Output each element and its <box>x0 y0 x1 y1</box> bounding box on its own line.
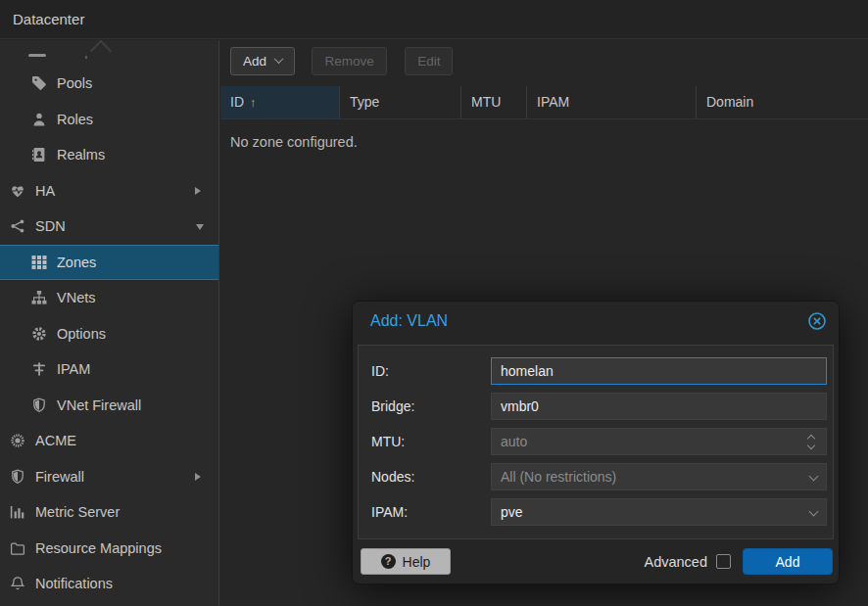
mtu-input[interactable] <box>491 428 827 455</box>
bridge-label: Bridge: <box>371 393 414 420</box>
empty-table-message: No zone configured. <box>220 119 868 150</box>
dot-glyph <box>85 56 87 59</box>
remove-button[interactable]: Remove <box>312 47 386 75</box>
column-header-id[interactable]: ID↑ <box>220 86 340 118</box>
sidebar-item-realms[interactable]: Realms <box>0 137 218 173</box>
folder-icon <box>10 540 25 556</box>
dash-icon <box>28 54 46 57</box>
advanced-label: Advanced <box>645 554 708 570</box>
shield-icon <box>10 469 25 485</box>
sidebar-item-label: VNets <box>57 290 96 305</box>
dialog-title: Add: VLAN <box>370 312 448 330</box>
close-icon[interactable] <box>807 311 827 331</box>
shield-icon <box>31 397 47 413</box>
sidebar-item-vnets[interactable]: VNets <box>0 280 218 316</box>
sidebar-item-label: Resource Mappings <box>35 540 162 556</box>
sidebar-item-label: Firewall <box>35 469 84 485</box>
sidebar-item-label: Zones <box>57 255 96 270</box>
ipam-select[interactable] <box>491 498 827 526</box>
expand-down-icon[interactable] <box>196 224 204 230</box>
sidebar-item-metric-server[interactable]: Metric Server <box>0 494 218 531</box>
dialog-footer: ? Help Advanced Add <box>353 539 839 583</box>
sidebar-item-resource-mappings[interactable]: Resource Mappings <box>0 531 218 567</box>
add-vlan-dialog: Add: VLAN ID: Bridge: MTU: Nodes: IPAM: <box>352 301 840 584</box>
sidebar-item-label: ACME <box>35 433 76 448</box>
address-book-icon <box>31 147 47 163</box>
sidebar-item-label: SDN <box>35 218 66 234</box>
chevron-down-icon <box>274 54 284 64</box>
field-row-ipam: IPAM: <box>359 498 833 526</box>
field-row-mtu: MTU: <box>359 428 833 455</box>
tags-icon <box>31 75 47 91</box>
sidebar-item-vnet-firewall[interactable]: VNet Firewall <box>0 388 218 424</box>
sidebar-item-label: Roles <box>57 112 93 127</box>
number-spinner[interactable] <box>805 428 819 455</box>
add-button[interactable]: Add <box>230 47 295 75</box>
sidebar-item-acme[interactable]: ACME <box>0 423 218 459</box>
column-header-ipam[interactable]: IPAM <box>527 86 697 118</box>
sidebar-item-label: Realms <box>57 147 105 163</box>
help-button-label: Help <box>403 554 431 570</box>
sidebar-item-label: Metric Server <box>35 504 120 520</box>
expand-right-icon[interactable] <box>195 473 201 481</box>
mtu-label: MTU: <box>371 428 405 455</box>
sidebar-item-pools[interactable]: Pools <box>0 66 218 102</box>
page-title: Datacenter <box>13 0 84 39</box>
sidebar-item-ipam[interactable]: IPAM <box>0 351 218 388</box>
spinner-down-icon <box>807 442 815 449</box>
id-input[interactable] <box>491 357 827 385</box>
sidebar-item-roles[interactable]: Roles <box>0 102 218 138</box>
nodes-label: Nodes: <box>371 463 414 490</box>
advanced-checkbox[interactable] <box>716 554 731 569</box>
sidebar-item-label: VNet Firewall <box>57 397 141 413</box>
sidebar: Pools Roles Realms HA SDN Zones VNets Op… <box>0 40 219 606</box>
grid-icon <box>31 255 47 270</box>
sidebar-item-label: Options <box>57 326 106 342</box>
network-nodes-icon <box>10 218 25 234</box>
sidebar-item-label: Pools <box>57 75 92 91</box>
bell-icon <box>10 576 25 591</box>
edit-button[interactable]: Edit <box>405 47 453 75</box>
bridge-input[interactable] <box>491 393 827 420</box>
ipam-label: IPAM: <box>371 498 408 526</box>
sort-asc-icon: ↑ <box>250 95 257 110</box>
zones-toolbar: Add Remove Edit <box>220 40 868 86</box>
sidebar-item-options[interactable]: Options <box>0 316 218 352</box>
sidebar-item-label: HA <box>35 183 55 199</box>
ipam-icon <box>31 361 47 377</box>
sidebar-item-firewall[interactable]: Firewall <box>0 459 218 495</box>
chevron-up-icon <box>90 40 113 62</box>
id-label: ID: <box>371 357 389 385</box>
help-button[interactable]: ? Help <box>361 548 451 575</box>
field-row-id: ID: <box>359 357 833 385</box>
partially-visible-tree-item[interactable] <box>0 40 218 66</box>
certificate-icon <box>10 433 25 448</box>
sitemap-icon <box>31 290 47 305</box>
sidebar-item-zones[interactable]: Zones <box>0 245 218 281</box>
column-header-domain[interactable]: Domain <box>697 86 868 118</box>
add-button-label: Add <box>243 54 266 69</box>
dialog-form: ID: Bridge: MTU: Nodes: IPAM: <box>358 345 834 539</box>
user-icon <box>31 112 47 127</box>
top-bar: Datacenter <box>0 0 868 39</box>
question-circle-icon: ? <box>381 554 396 569</box>
expand-right-icon[interactable] <box>195 187 201 195</box>
column-header-type[interactable]: Type <box>340 86 461 118</box>
field-row-bridge: Bridge: <box>359 393 833 420</box>
sidebar-item-notifications[interactable]: Notifications <box>0 566 218 602</box>
field-row-nodes: Nodes: <box>359 463 833 490</box>
dialog-add-button[interactable]: Add <box>743 548 833 575</box>
gear-icon <box>31 326 47 342</box>
table-header: ID↑ Type MTU IPAM Domain <box>220 86 868 119</box>
sidebar-item-label: Notifications <box>35 576 113 591</box>
nodes-select[interactable] <box>491 463 827 490</box>
sidebar-item-ha[interactable]: HA <box>0 173 218 210</box>
sidebar-item-label: IPAM <box>57 361 90 377</box>
column-header-mtu[interactable]: MTU <box>461 86 527 118</box>
heartbeat-icon <box>10 183 25 199</box>
bar-chart-icon <box>10 504 25 520</box>
sidebar-item-sdn[interactable]: SDN <box>0 209 218 245</box>
